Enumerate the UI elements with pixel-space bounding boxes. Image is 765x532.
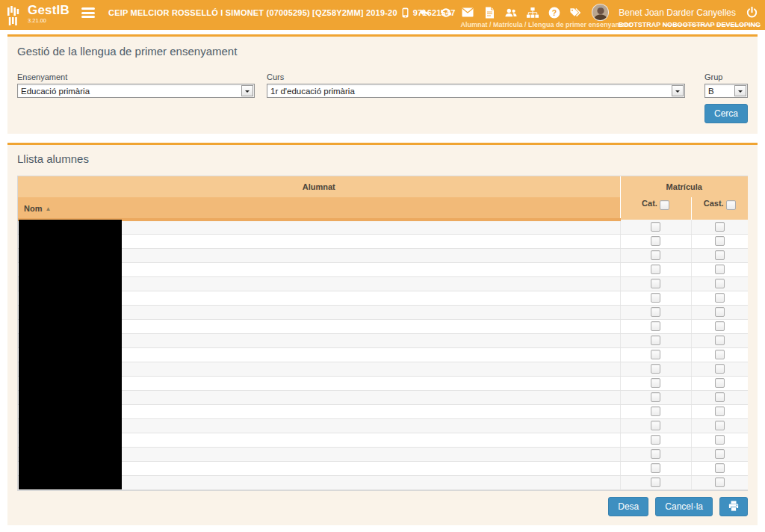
cancel-button[interactable]: Cancel·la — [655, 497, 713, 516]
grup-select[interactable]: B — [704, 84, 748, 98]
cast-checkbox[interactable] — [715, 250, 725, 260]
cast-checkbox[interactable] — [715, 406, 725, 416]
table-row — [18, 418, 748, 433]
cat-cell — [620, 475, 691, 489]
table-row — [18, 376, 748, 390]
cat-checkbox[interactable] — [651, 406, 660, 416]
table-row — [18, 276, 748, 291]
save-button[interactable]: Desa — [608, 497, 648, 516]
chevron-down-icon[interactable] — [734, 85, 746, 96]
grup-selected-value: B — [708, 87, 731, 96]
table-row — [18, 234, 748, 248]
document-icon[interactable] — [483, 7, 495, 19]
search-button[interactable]: Cerca — [704, 104, 748, 123]
cat-checkbox[interactable] — [651, 364, 660, 374]
cat-cell — [620, 333, 691, 347]
cast-cell — [691, 234, 748, 248]
school-title-text: CEIP MELCIOR ROSSELLÓ I SIMONET (0700529… — [108, 8, 397, 17]
cat-checkbox[interactable] — [651, 378, 660, 388]
cat-cell — [620, 262, 691, 276]
table-row — [18, 475, 748, 489]
cat-cell — [620, 248, 691, 262]
cast-checkbox[interactable] — [715, 350, 725, 359]
cat-checkbox[interactable] — [651, 222, 660, 232]
cast-cell — [691, 447, 748, 461]
cast-checkbox[interactable] — [715, 364, 725, 374]
grup-label: Grup — [704, 72, 748, 81]
cast-checkbox[interactable] — [715, 222, 725, 232]
cast-cell — [691, 347, 748, 362]
sitemap-icon[interactable] — [527, 7, 539, 19]
cat-checkbox[interactable] — [651, 449, 660, 459]
student-list-panel: Llista alumnes Alumnat Matrícula Nom▲ Ca… — [7, 143, 758, 525]
page-title: Gestió de la llengua de primer ensenyame… — [17, 45, 748, 58]
cast-checkbox[interactable] — [715, 321, 725, 331]
cat-checkbox[interactable] — [651, 477, 660, 487]
table-row — [18, 333, 748, 347]
cast-cell — [691, 376, 748, 390]
cast-checkbox[interactable] — [715, 293, 725, 303]
app-logo[interactable]: GestIB 3.21.00 — [7, 4, 69, 27]
curs-select[interactable]: 1r d'educació primària — [267, 84, 685, 98]
cat-checkbox[interactable] — [651, 350, 660, 359]
table-group-header-row: Alumnat Matrícula — [18, 176, 748, 197]
table-row — [18, 390, 748, 404]
ensenyament-label: Ensenyament — [17, 72, 255, 81]
reply-icon[interactable] — [418, 7, 430, 19]
app-name: GestIB — [28, 4, 69, 16]
table-row — [18, 461, 748, 475]
cat-checkbox[interactable] — [651, 463, 660, 473]
cast-checkbox[interactable] — [715, 463, 725, 473]
cast-checkbox[interactable] — [715, 378, 725, 388]
cast-checkbox[interactable] — [715, 392, 725, 402]
user-name[interactable]: Benet Joan Darder Canyelles — [619, 7, 736, 18]
cat-checkbox[interactable] — [651, 421, 660, 430]
field-ensenyament: Ensenyament Educació primària — [17, 72, 255, 98]
ensenyament-select[interactable]: Educació primària — [17, 84, 255, 98]
table-row — [18, 319, 748, 333]
cast-cell — [691, 404, 748, 418]
cat-select-all-checkbox[interactable] — [660, 200, 669, 210]
refresh-icon[interactable] — [440, 7, 452, 19]
cat-checkbox[interactable] — [651, 236, 660, 246]
users-icon[interactable] — [505, 7, 517, 19]
cast-checkbox[interactable] — [715, 421, 725, 430]
student-table-body — [18, 220, 748, 489]
cat-checkbox[interactable] — [651, 335, 660, 345]
table-row — [18, 433, 748, 447]
cat-checkbox[interactable] — [651, 307, 660, 317]
chevron-down-icon[interactable] — [672, 85, 684, 96]
print-button[interactable] — [719, 497, 748, 516]
power-icon[interactable] — [746, 7, 758, 19]
cat-checkbox[interactable] — [651, 250, 660, 260]
cast-checkbox[interactable] — [715, 335, 725, 345]
cat-checkbox[interactable] — [651, 321, 660, 331]
cast-checkbox[interactable] — [715, 449, 725, 459]
alumnat-group-header: Alumnat — [18, 176, 620, 197]
cast-checkbox[interactable] — [715, 435, 725, 445]
ensenyament-selected-value: Educació primària — [21, 87, 238, 96]
cast-select-all-checkbox[interactable] — [726, 200, 736, 210]
mail-icon[interactable] — [462, 7, 474, 19]
cast-cell — [691, 390, 748, 404]
cat-checkbox[interactable] — [651, 293, 660, 303]
cat-checkbox[interactable] — [651, 435, 660, 445]
cast-checkbox[interactable] — [715, 236, 725, 246]
tags-icon[interactable] — [570, 7, 582, 19]
cast-checkbox[interactable] — [715, 477, 725, 487]
cat-cell — [620, 347, 691, 362]
cat-cell — [620, 418, 691, 433]
user-avatar[interactable] — [592, 4, 609, 21]
cat-checkbox[interactable] — [651, 279, 660, 288]
curs-label: Curs — [267, 72, 685, 81]
chevron-down-icon[interactable] — [241, 85, 253, 96]
menu-hamburger-icon[interactable] — [81, 7, 95, 18]
cast-checkbox[interactable] — [715, 279, 725, 288]
cast-checkbox[interactable] — [715, 307, 725, 317]
cast-checkbox[interactable] — [715, 265, 725, 274]
nom-column-header[interactable]: Nom▲ — [18, 197, 620, 220]
cat-checkbox[interactable] — [651, 265, 660, 274]
cast-cell — [691, 248, 748, 262]
cat-checkbox[interactable] — [651, 392, 660, 402]
help-icon[interactable]: ? — [548, 7, 560, 19]
